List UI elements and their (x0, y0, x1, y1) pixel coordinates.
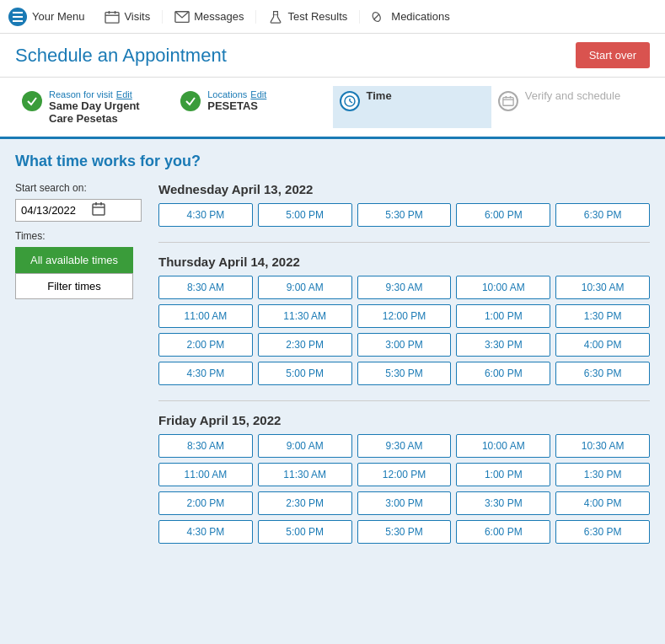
time-slot[interactable]: 9:30 AM (357, 276, 452, 299)
date-section-friday: Friday April 15, 2022 8:30 AM 9:00 AM 9:… (158, 413, 650, 544)
section-title: What time works for you? (15, 153, 650, 170)
time-slot[interactable]: 1:00 PM (456, 304, 550, 328)
step4-calendar-icon (498, 91, 518, 111)
nav-item-medications[interactable]: Medications (360, 10, 461, 24)
filter-buttons: All available times Filter times (15, 247, 133, 299)
time-slot[interactable]: 2:30 PM (258, 333, 352, 357)
time-slot[interactable]: 9:00 AM (258, 276, 352, 299)
time-slot[interactable]: 11:30 AM (258, 304, 352, 328)
layout-row: Start search on: Times: All available ti… (15, 182, 650, 559)
time-slot[interactable]: 2:30 PM (258, 491, 352, 515)
time-slot[interactable]: 9:00 AM (258, 434, 352, 458)
step-reason-for-visit: Reason for visit Edit Same Day UrgentCar… (15, 86, 174, 128)
nav-label-messages: Messages (194, 10, 244, 23)
calendar-icon[interactable] (92, 202, 105, 218)
time-slot[interactable]: 1:30 PM (555, 304, 650, 328)
time-slot[interactable]: 3:00 PM (357, 491, 452, 515)
svg-rect-1 (109, 10, 110, 13)
time-slot[interactable]: 2:00 PM (158, 491, 253, 515)
step1-reason-label: Reason for visit (49, 89, 113, 99)
time-slot[interactable]: 4:00 PM (555, 491, 650, 515)
time-slot[interactable]: 12:00 PM (357, 304, 452, 328)
date-heading-friday: Friday April 15, 2022 (158, 413, 650, 427)
time-slot[interactable]: 6:30 PM (555, 520, 650, 544)
page-title: Schedule an Appointment (15, 45, 227, 67)
time-slot[interactable]: 6:00 PM (456, 203, 550, 227)
time-slot[interactable]: 5:30 PM (357, 203, 452, 227)
nav-label-test-results: Test Results (287, 10, 347, 23)
menu-button[interactable]: Your Menu (8, 8, 84, 26)
time-slot[interactable]: 10:30 AM (555, 276, 650, 299)
time-slot[interactable]: 11:30 AM (258, 463, 352, 486)
time-slot[interactable]: 8:30 AM (158, 434, 253, 458)
times-label: Times: (15, 230, 142, 242)
svg-rect-13 (505, 96, 507, 99)
time-slot[interactable]: 3:30 PM (456, 491, 550, 515)
date-section-wednesday: Wednesday April 13, 2022 4:30 PM 5:00 PM… (158, 182, 650, 227)
medications-icon (372, 10, 387, 24)
step1-main: Same Day UrgentCare Pesetas (49, 99, 140, 125)
time-slot[interactable]: 3:00 PM (357, 333, 452, 357)
time-grid-thursday: 8:30 AM 9:00 AM 9:30 AM 10:00 AM 10:30 A… (158, 276, 650, 385)
time-slot[interactable]: 4:30 PM (158, 203, 253, 227)
messages-icon (174, 10, 190, 24)
time-slot[interactable]: 5:30 PM (357, 362, 452, 385)
all-available-times-button[interactable]: All available times (15, 247, 133, 273)
nav-label-medications: Medications (391, 10, 449, 23)
time-slot[interactable]: 6:00 PM (456, 520, 550, 544)
time-slot[interactable]: 11:00 AM (158, 304, 253, 328)
left-panel: Start search on: Times: All available ti… (15, 182, 142, 299)
divider-1 (158, 242, 650, 243)
main-content: What time works for you? Start search on… (0, 139, 665, 572)
time-slot[interactable]: 8:30 AM (158, 276, 253, 299)
time-grid-friday: 8:30 AM 9:00 AM 9:30 AM 10:00 AM 10:30 A… (158, 434, 650, 544)
step3-time-label: Time (367, 89, 392, 102)
step2-main: PESETAS (207, 99, 266, 112)
step1-edit-link[interactable]: Edit (116, 89, 132, 99)
time-slot[interactable]: 1:00 PM (456, 463, 550, 486)
right-panel: Wednesday April 13, 2022 4:30 PM 5:00 PM… (158, 182, 650, 559)
test-results-icon (268, 10, 283, 24)
svg-rect-15 (93, 204, 105, 215)
step2-edit-link[interactable]: Edit (250, 89, 266, 99)
time-slot[interactable]: 5:00 PM (258, 520, 352, 544)
time-slot[interactable]: 11:00 AM (158, 463, 253, 486)
step4-verify-label: Verify and schedule (525, 89, 620, 102)
svg-rect-0 (105, 12, 119, 22)
date-input[interactable] (21, 204, 88, 217)
svg-rect-14 (510, 96, 512, 99)
nav-item-visits[interactable]: Visits (93, 10, 163, 24)
time-slot[interactable]: 6:30 PM (555, 203, 650, 227)
time-slot[interactable]: 5:00 PM (258, 203, 352, 227)
time-slot[interactable]: 5:00 PM (258, 362, 352, 385)
date-input-group (15, 199, 142, 222)
date-heading-wednesday: Wednesday April 13, 2022 (158, 182, 650, 196)
time-grid-wednesday: 4:30 PM 5:00 PM 5:30 PM 6:00 PM 6:30 PM (158, 203, 650, 227)
step3-clock-icon (340, 91, 360, 111)
nav-item-test-results[interactable]: Test Results (256, 10, 360, 24)
time-slot[interactable]: 2:00 PM (158, 333, 253, 357)
time-slot[interactable]: 10:00 AM (456, 276, 550, 299)
time-slot[interactable]: 5:30 PM (357, 520, 452, 544)
time-slot[interactable]: 10:00 AM (456, 434, 550, 458)
time-slot[interactable]: 4:30 PM (158, 520, 253, 544)
time-slot[interactable]: 9:30 AM (357, 434, 452, 458)
visits-icon (105, 10, 120, 24)
time-slot[interactable]: 6:30 PM (555, 362, 650, 385)
time-slot[interactable]: 1:30 PM (555, 463, 650, 486)
filter-times-button[interactable]: Filter times (15, 273, 133, 299)
nav-item-messages[interactable]: Messages (163, 10, 256, 24)
nav-label-visits: Visits (124, 10, 150, 23)
time-slot[interactable]: 12:00 PM (357, 463, 452, 486)
time-slot[interactable]: 6:00 PM (456, 362, 550, 385)
start-over-button[interactable]: Start over (576, 42, 650, 68)
time-slot[interactable]: 3:30 PM (456, 333, 550, 357)
date-heading-thursday: Thursday April 14, 2022 (158, 255, 650, 269)
step2-check-icon (180, 91, 201, 111)
date-section-thursday: Thursday April 14, 2022 8:30 AM 9:00 AM … (158, 255, 650, 385)
svg-rect-18 (100, 202, 102, 206)
divider-2 (158, 400, 650, 401)
time-slot[interactable]: 4:00 PM (555, 333, 650, 357)
time-slot[interactable]: 4:30 PM (158, 362, 253, 385)
time-slot[interactable]: 10:30 AM (555, 434, 650, 458)
